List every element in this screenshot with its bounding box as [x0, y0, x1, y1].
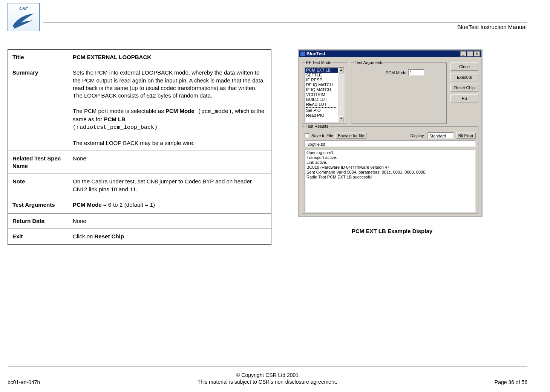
logfile-path-input[interactable]: .\logfile.txt [305, 140, 476, 147]
results-legend: Test Results [305, 124, 329, 128]
test-arguments-group: Test Arguments PCM Mode [351, 60, 447, 124]
logo-text: csr [20, 4, 28, 12]
rf-list-item[interactable]: Read PIO [305, 113, 338, 118]
titlebar[interactable]: BlueTest _ □ × [299, 50, 481, 57]
row-return: Return Data None [8, 214, 271, 229]
spec-table: Title PCM EXTERNAL LOOPBACK Summary Sets… [8, 49, 271, 245]
row-testargs: Test Arguments PCM Mode = 0 to 2 (defaul… [8, 197, 271, 213]
browse-file-button[interactable]: Browse for file [336, 133, 366, 139]
csr-logo: csr [8, 3, 40, 31]
close-window-button[interactable]: × [474, 51, 480, 56]
label-return: Return Data [8, 214, 68, 229]
close-button[interactable]: Close [450, 63, 478, 71]
window-title: BlueTest [306, 51, 325, 56]
label-related: Related Test Spec Name [8, 151, 68, 174]
display-mode-select[interactable]: Standard [427, 132, 454, 139]
log-line: Link active. [306, 160, 474, 165]
reset-chip-button[interactable]: Reset Chip [450, 84, 478, 92]
header-rule [43, 23, 527, 23]
bluetest-window: BlueTest _ □ × RF Test Mode PCM EXT LBSE… [298, 49, 483, 217]
label-note: Note [8, 174, 68, 197]
row-title: Title PCM EXTERNAL LOOPBACK [8, 50, 271, 65]
logo-swoosh-icon [12, 12, 35, 29]
row-summary: Summary Sets the PCM into external LOOPB… [8, 65, 271, 151]
rf-legend: RF Test Mode [305, 60, 332, 65]
figure-caption: PCM EXT LB Example Display [298, 228, 486, 234]
log-line: BC01b (Hardware ID 64) firmware version … [306, 165, 474, 170]
rf-list-item[interactable]: VCOTRIM [305, 92, 338, 97]
row-related: Related Test Spec Name None [8, 151, 271, 174]
rf-test-mode-group: RF Test Mode PCM EXT LBSETTLEIF RESPRF I… [302, 60, 347, 124]
scroll-up-icon[interactable]: ▲ [339, 68, 344, 73]
label-exit: Exit [8, 229, 68, 244]
test-results-group: Test Results Save to File Browse for fil… [302, 124, 478, 214]
scroll-down-icon[interactable]: ▼ [339, 116, 344, 122]
rf-list-item[interactable]: RF IQ MATCH [305, 82, 338, 87]
ps-button[interactable]: PS [450, 94, 478, 102]
rf-list-item[interactable]: IF IQ MATCH [305, 87, 338, 92]
save-to-file-label: Save to File [311, 133, 333, 138]
save-to-file-checkbox[interactable] [305, 133, 309, 138]
doc-title: BlueTest Instruction Manual [43, 24, 527, 30]
display-label: Display: [411, 133, 425, 138]
value-exit: Click on Reset Chip. [68, 229, 271, 244]
pcm-mode-label: PCM Mode [354, 70, 406, 75]
value-summary: Sets the PCM into external LOOPBACK mode… [68, 65, 271, 151]
footer-copyright: © Copyright CSR Ltd 2001 [236, 372, 299, 378]
row-exit: Exit Click on Reset Chip. [8, 229, 271, 244]
value-title: PCM EXTERNAL LOOPBACK [68, 50, 271, 65]
label-title: Title [8, 50, 68, 65]
label-testargs: Test Arguments [8, 197, 68, 213]
rf-list-item[interactable]: PCM EXT LB [305, 68, 338, 73]
app-icon [300, 52, 305, 56]
footer-left: bc01-an-047b [8, 379, 40, 385]
value-note: On the Casira under test, set CN8 jumper… [68, 174, 271, 197]
footer-nda: This material is subject to CSR's non-di… [198, 379, 337, 385]
label-summary: Summary [8, 65, 68, 151]
minimize-button[interactable]: _ [460, 51, 466, 56]
execute-button[interactable]: Execute [450, 73, 478, 81]
log-line: Transport active. [306, 155, 474, 160]
rf-list-item[interactable]: Set PIO [305, 108, 338, 113]
log-line: Sent Command Varid 5004, parameters: 001… [306, 170, 474, 175]
results-log[interactable]: Opening com1.Transport active.Link activ… [305, 149, 476, 213]
value-return: None [68, 214, 271, 229]
pcm-mode-input[interactable] [408, 69, 424, 76]
rf-list-item[interactable]: BUILD LUT [305, 97, 338, 102]
value-related: None [68, 151, 271, 174]
footer-page-number: Page 36 of 56 [495, 379, 527, 385]
log-line: Opening com1. [306, 150, 474, 155]
bit-error-button[interactable]: Bit Error [456, 133, 476, 139]
rf-test-listbox[interactable]: PCM EXT LBSETTLEIF RESPRF IQ MATCHIF IQ … [305, 67, 339, 123]
page-footer: bc01-an-047b © Copyright CSR Ltd 2001 Th… [8, 366, 527, 385]
listbox-scrollbar[interactable]: ▲ ▼ [339, 67, 345, 123]
args-legend: Test Arguments [354, 60, 385, 65]
log-line: Radio Test PCM EXT LB successful [306, 175, 474, 180]
maximize-button[interactable]: □ [467, 51, 473, 56]
rf-list-item[interactable]: SETTLE [305, 73, 338, 78]
row-note: Note On the Casira under test, set CN8 j… [8, 174, 271, 197]
value-testargs: PCM Mode = 0 to 2 (default = 1) [68, 197, 271, 213]
rf-list-item[interactable]: READ LUT [305, 102, 338, 107]
rf-list-item[interactable]: IF RESP [305, 78, 338, 82]
